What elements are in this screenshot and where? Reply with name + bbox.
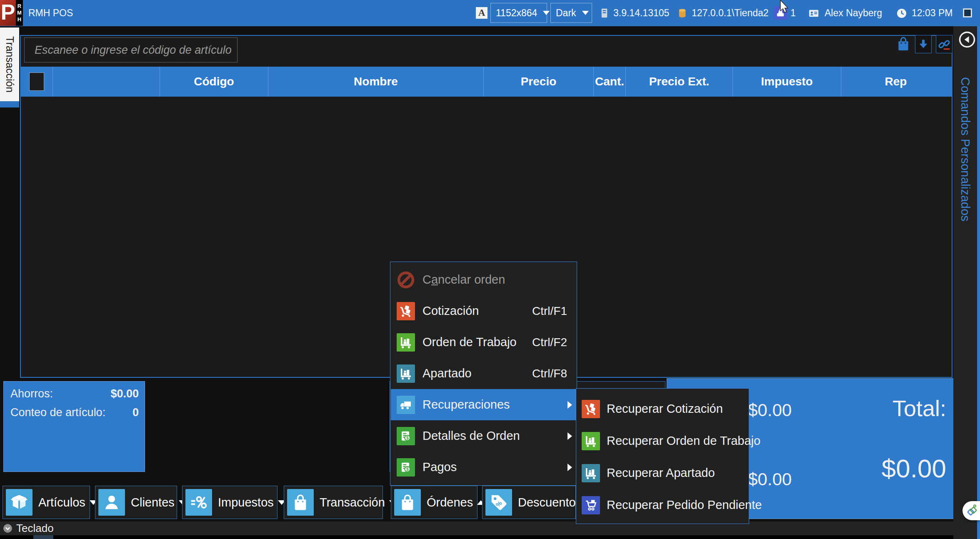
logo-letter: P: [0, 0, 16, 26]
theme-value: Dark: [556, 7, 576, 19]
menu-item-apartado[interactable]: Apartado Ctrl/F8: [391, 358, 576, 389]
savings-value: $0.00: [110, 387, 139, 400]
total-value: $0.00: [882, 454, 946, 483]
chevron-down-icon: [543, 11, 550, 15]
rmh-logo-icon: P RMH: [0, 0, 23, 26]
col-nombre[interactable]: Nombre: [268, 67, 484, 97]
toolbar-button-label: Impuestos: [218, 496, 274, 509]
submenu-item-label: Recuperar Pedido Pendiente: [607, 498, 762, 512]
submenu-item-recuperar-apartado[interactable]: Recuperar Apartado: [577, 457, 748, 489]
mouse-cursor: [780, 0, 790, 14]
diamond-logo-icon: [965, 504, 979, 517]
summary-panel: Ahorros: $0.00 Conteo de artículo: 0: [3, 381, 145, 472]
menu-item-label: Cotización: [422, 304, 479, 318]
collapse-circle-icon[interactable]: [958, 31, 976, 48]
col-codigo[interactable]: Código: [160, 67, 268, 97]
menu-item-orden-de-trabajo[interactable]: Orden de Trabajo Ctrl/F2: [391, 327, 576, 358]
submenu-item-recuperar-orden-de-trabajo[interactable]: Recuperar Orden de Trabajo: [577, 425, 748, 457]
col-image[interactable]: [53, 67, 160, 97]
right-accent-strip: [977, 26, 980, 539]
col-precio-ext[interactable]: Precio Ext.: [626, 67, 733, 97]
shopping-bag-icon: [287, 489, 314, 516]
unlink-button[interactable]: [936, 35, 952, 53]
item-count-row: Conteo de artículo: 0: [10, 406, 139, 419]
toolbar-button-descuentos[interactable]: Descuentos: [482, 486, 576, 519]
submenu-arrow-icon: [568, 464, 572, 471]
percent-icon: [185, 489, 212, 516]
tab-transaccion-label: Transacción: [4, 36, 16, 92]
table-header: Código Nombre Precio Cant. Precio Ext. I…: [21, 67, 952, 97]
resolution-value: 1152x864: [496, 7, 537, 19]
app-title: RMH POS: [28, 0, 73, 26]
platform-cart-icon: [397, 333, 415, 352]
item-count-label: Conteo de artículo:: [10, 406, 105, 419]
hand-truck-icon: [397, 302, 415, 320]
col-impuesto[interactable]: Impuesto: [733, 67, 841, 97]
select-all-checkbox[interactable]: [29, 72, 44, 91]
submenu-item-label: Recuperar Orden de Trabajo: [607, 434, 760, 448]
assistant-widget[interactable]: [962, 501, 980, 520]
tab-transaccion[interactable]: Transacción: [0, 27, 19, 101]
col-cant[interactable]: Cant.: [594, 67, 626, 97]
id-card-icon: [808, 7, 820, 19]
cancel-icon: [397, 271, 415, 289]
menu-item-shortcut: Ctrl/F2: [532, 336, 567, 349]
menu-item-cotizacion[interactable]: Cotización Ctrl/F1: [391, 295, 576, 327]
toolbar-button-ordenes[interactable]: Órdenes: [391, 486, 478, 519]
logo-vertical-text: RMH: [16, 0, 23, 26]
hand-truck-icon: [582, 400, 600, 418]
menu-item-shortcut: Ctrl/F1: [532, 304, 567, 318]
menu-item-label: Pagos: [422, 460, 457, 474]
taskbar-segment: [33, 535, 53, 539]
col-rep[interactable]: Rep: [841, 67, 950, 97]
title-bar: P RMH RMH POS A 1152x864 Dark 3.9.14.131…: [0, 0, 980, 26]
menu-item-label: Detalles de Orden: [422, 429, 520, 443]
keyboard-status-label: Teclado: [16, 522, 54, 535]
time-text: 12:03 PM: [912, 0, 952, 26]
database-icon: [677, 7, 688, 19]
item-count-value: 0: [132, 406, 139, 419]
receipt-icon: [397, 458, 415, 477]
chevron-down-icon: [582, 11, 589, 15]
toolbar-button-impuestos[interactable]: Impuestos: [182, 486, 278, 519]
toolbar-button-clientes[interactable]: Clientes: [95, 486, 177, 519]
menu-item-detalles-de-orden[interactable]: Detalles de Orden: [391, 420, 576, 452]
submenu-item-label: Recuperar Cotización: [607, 402, 723, 416]
shopping-cart-icon: [582, 496, 600, 514]
receipt-icon: [397, 427, 415, 445]
layaway-cart-icon: [582, 464, 600, 482]
register-number: 1: [790, 0, 796, 26]
clock-icon: [896, 7, 908, 19]
delivery-truck-icon: [397, 396, 415, 414]
menu-item-label: Recuperaciones: [422, 398, 510, 412]
status-bar: Teclado: [0, 522, 980, 535]
col-select: [21, 67, 53, 97]
arrow-down-button[interactable]: [915, 35, 932, 53]
menu-item-pagos[interactable]: Pagos: [391, 452, 576, 483]
tax-value: $0.00: [748, 469, 792, 489]
savings-row: Ahorros: $0.00: [10, 387, 139, 400]
toolbar-button-articulos[interactable]: Artículos: [2, 486, 90, 519]
tag-icon: [485, 489, 512, 516]
ordenes-menu: Cancelar orden Cotización Ctrl/F1 Orden …: [390, 262, 577, 486]
scan-input[interactable]: [24, 37, 238, 62]
toolbar-button-transaccion[interactable]: Transacción: [284, 486, 383, 519]
subtotal-value: $0.00: [748, 400, 792, 420]
savings-label: Ahorros:: [10, 387, 53, 400]
version-text: 3.9.14.13105: [613, 0, 669, 26]
menu-item-recuperaciones[interactable]: Recuperaciones: [391, 389, 576, 420]
submenu-item-recuperar-cotizacion[interactable]: Recuperar Cotización: [577, 393, 748, 425]
computer-icon: [599, 7, 610, 19]
shopping-bag-icon: [394, 489, 421, 516]
submenu-arrow-icon: [568, 432, 572, 440]
chevron-circle-icon[interactable]: [2, 523, 13, 534]
font-scale-icon[interactable]: A: [476, 7, 488, 19]
submenu-item-label: Recuperar Apartado: [607, 466, 715, 480]
submenu-item-recuperar-pedido-pendiente[interactable]: Recuperar Pedido Pendiente: [577, 489, 748, 521]
window-icon[interactable]: [962, 7, 973, 19]
col-precio[interactable]: Precio: [484, 67, 594, 97]
theme-dropdown[interactable]: Dark: [550, 3, 592, 23]
resolution-dropdown[interactable]: 1152x864: [490, 3, 547, 23]
menu-item-cancelar-orden[interactable]: Cancelar orden: [391, 264, 576, 295]
recuperaciones-submenu: Recuperar Cotización Recuperar Orden de …: [576, 388, 749, 524]
